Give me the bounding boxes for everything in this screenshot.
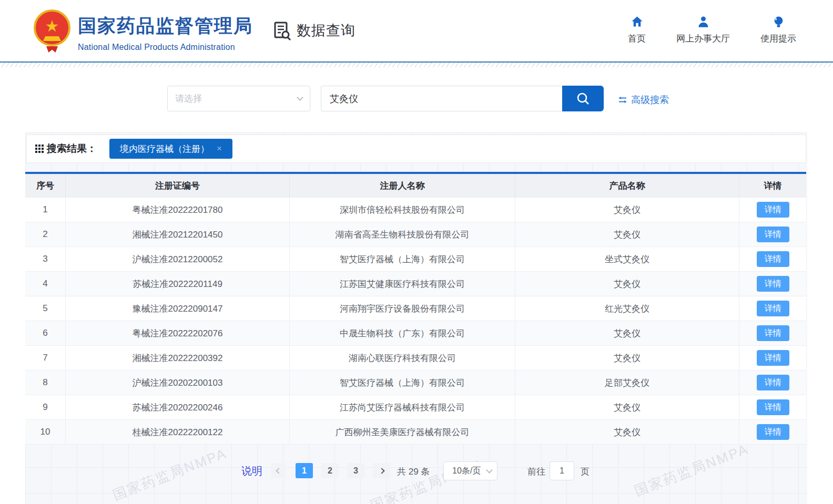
org-name-cn: 国家药品监督管理局 [78, 14, 253, 38]
chevron-down-icon [297, 94, 303, 101]
advanced-search-link[interactable]: 高级搜索 [618, 94, 669, 106]
page-size-select[interactable]: 10条/页 [443, 461, 497, 480]
cell-detail: 详情 [739, 222, 806, 247]
total-count: 共 29 条 [397, 466, 430, 478]
prev-page-button[interactable] [271, 463, 286, 478]
cell-detail: 详情 [739, 247, 806, 272]
detail-button[interactable]: 详情 [757, 375, 789, 390]
app-title: 数据查询 [271, 20, 355, 41]
cell-detail: 详情 [739, 198, 806, 222]
detail-button[interactable]: 详情 [757, 301, 789, 316]
cell-index: 6 [25, 321, 66, 346]
document-search-icon [271, 20, 292, 41]
category-select[interactable]: 请选择 [167, 86, 310, 111]
cell-reg-no: 沪械注准20212200052 [66, 247, 290, 272]
detail-button[interactable]: 详情 [757, 350, 789, 366]
cell-reg-no: 湘械注准20212201450 [66, 222, 290, 247]
cell-index: 7 [25, 346, 66, 371]
cell-reg-no: 桂械注准20222200122 [66, 420, 290, 445]
note-link[interactable]: 说明 [241, 464, 262, 478]
detail-button[interactable]: 详情 [757, 227, 789, 242]
detail-button[interactable]: 详情 [757, 399, 789, 415]
table-row: 5 豫械注准20222090147 河南翔宇医疗设备股份有限公司 红光艾灸仪 详… [25, 296, 806, 321]
table-row: 7 湘械注准20222200392 湖南心联医疗科技有限公司 艾灸仪 详情 [25, 346, 806, 371]
page-button-1[interactable]: 1 [296, 463, 313, 478]
detail-button[interactable]: 详情 [757, 202, 789, 218]
search-icon [575, 91, 591, 107]
cell-reg-no: 苏械注准20222201149 [66, 272, 290, 296]
table-header-row: 序号 注册证编号 注册人名称 产品名称 详情 [25, 174, 806, 198]
nav-label: 网上办事大厅 [676, 33, 730, 45]
cell-index: 10 [25, 420, 66, 445]
nav-item-usage-tips[interactable]: 使用提示 [760, 15, 796, 45]
cell-reg-no: 豫械注准20222090147 [66, 296, 290, 321]
table-row: 3 沪械注准20212200052 智艾医疗器械（上海）有限公司 坐式艾灸仪 详… [25, 247, 806, 272]
nav-item-home[interactable]: 首页 [628, 15, 646, 45]
goto-label: 前往 [527, 466, 545, 478]
top-nav: 首页 网上办事大厅 使用提示 [628, 15, 796, 45]
sliders-icon [618, 96, 627, 104]
cell-product: 艾灸仪 [515, 420, 739, 445]
chevron-down-icon [486, 467, 493, 474]
detail-button[interactable]: 详情 [757, 276, 789, 292]
cell-reg-no: 粤械注准20222201780 [66, 198, 290, 222]
header-hatch-band [0, 63, 833, 67]
cell-registrant: 江苏国艾健康医疗科技有限公司 [290, 272, 515, 296]
goto-suffix: 页 [581, 466, 590, 478]
cell-registrant: 智艾医疗器械（上海）有限公司 [290, 247, 515, 272]
table-row: 4 苏械注准20222201149 江苏国艾健康医疗科技有限公司 艾灸仪 详情 [25, 272, 806, 296]
search-button[interactable] [562, 86, 604, 111]
cell-registrant: 深圳市倍轻松科技股份有限公司 [290, 198, 515, 222]
search-input[interactable] [321, 86, 562, 111]
nav-item-service-hall[interactable]: 网上办事大厅 [676, 15, 730, 45]
cell-detail: 详情 [739, 346, 806, 371]
cell-product: 艾灸仪 [515, 395, 739, 420]
cell-product: 艾灸仪 [515, 346, 739, 371]
search-results-bar: 搜索结果： 境内医疗器械（注册） × [26, 135, 806, 163]
detail-button[interactable]: 详情 [757, 325, 789, 341]
user-icon [696, 15, 710, 29]
detail-button[interactable]: 详情 [757, 424, 789, 440]
category-placeholder: 请选择 [175, 92, 202, 105]
col-header-reg-no: 注册证编号 [66, 174, 290, 198]
goto-page-input[interactable] [550, 461, 574, 480]
cell-registrant: 湖南省高圣生物科技股份有限公司 [290, 222, 515, 247]
cell-reg-no: 沪械注准20202200103 [66, 371, 290, 395]
lightbulb-icon [771, 15, 786, 29]
page-button-2[interactable]: 2 [321, 463, 339, 478]
cell-detail: 详情 [739, 296, 806, 321]
advanced-search-label: 高级搜索 [631, 94, 669, 106]
header: 国家药品监督管理局 National Medical Products Admi… [0, 0, 833, 61]
col-header-index: 序号 [25, 174, 66, 198]
cell-product: 红光艾灸仪 [515, 296, 739, 321]
watermark: 国家药监局NMPA [632, 440, 751, 500]
chevron-right-icon [379, 468, 384, 474]
page-size-value: 10条/页 [452, 466, 481, 477]
cell-detail: 详情 [739, 272, 806, 296]
page-button-3[interactable]: 3 [347, 463, 364, 478]
emblem-ribbon [46, 46, 58, 53]
col-header-detail: 详情 [739, 174, 806, 198]
col-header-product: 产品名称 [515, 174, 739, 198]
results-label-group: 搜索结果： [35, 142, 97, 156]
filter-chip-domestic-device[interactable]: 境内医疗器械（注册） × [109, 139, 232, 159]
table-row: 6 粤械注准20222202076 中晟生物科技（广东）有限公司 艾灸仪 详情 [25, 321, 806, 346]
cell-index: 1 [25, 198, 66, 222]
table-row: 1 粤械注准20222201780 深圳市倍轻松科技股份有限公司 艾灸仪 详情 [25, 198, 806, 222]
cell-detail: 详情 [739, 420, 806, 445]
cell-registrant: 智艾医疗器械（上海）有限公司 [290, 371, 515, 395]
table-row: 2 湘械注准20212201450 湖南省高圣生物科技股份有限公司 艾灸仪 详情 [25, 222, 806, 247]
table-row: 9 苏械注准20202200246 江苏尚艾医疗器械科技有限公司 艾灸仪 详情 [25, 395, 806, 420]
next-page-button[interactable] [373, 463, 390, 478]
org-name-en: National Medical Products Administration [78, 43, 253, 52]
cell-reg-no: 湘械注准20222200392 [66, 346, 290, 371]
cell-index: 9 [25, 395, 66, 420]
close-icon[interactable]: × [217, 143, 222, 154]
cell-detail: 详情 [739, 371, 806, 395]
grid-icon [35, 145, 44, 153]
cell-reg-no: 粤械注准20222202076 [66, 321, 290, 346]
detail-button[interactable]: 详情 [757, 251, 789, 267]
filter-chip-label: 境内医疗器械（注册） [120, 143, 209, 155]
app-title-label: 数据查询 [297, 21, 355, 40]
cell-detail: 详情 [739, 395, 806, 420]
